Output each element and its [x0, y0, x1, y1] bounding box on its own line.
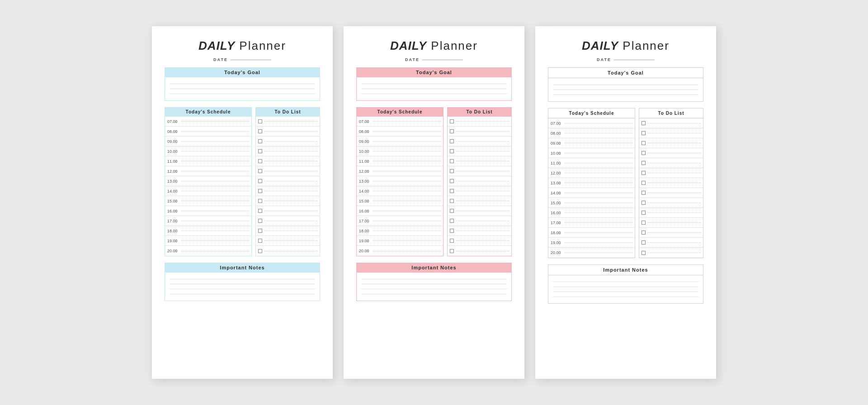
time-label: 13.00 — [551, 181, 563, 185]
todo-checkbox[interactable] — [642, 201, 646, 205]
time-label: 13.00 — [167, 179, 180, 184]
todo-checkbox[interactable] — [258, 119, 262, 123]
todo-checkbox[interactable] — [450, 139, 454, 143]
time-label: 18.00 — [359, 229, 372, 233]
todo-header: To Do List — [447, 107, 512, 117]
time-row: 14.00 — [357, 186, 443, 196]
time-row: 10.00 — [548, 148, 635, 158]
todo-checkbox[interactable] — [450, 249, 454, 253]
todo-line — [456, 211, 509, 211]
time-row: 17.00 — [548, 218, 635, 228]
time-row: 19.00 — [357, 236, 443, 246]
time-label: 11.00 — [551, 161, 563, 165]
time-dotted-line — [564, 183, 632, 183]
goal-body[interactable] — [356, 77, 512, 101]
todo-checkbox[interactable] — [258, 229, 262, 233]
time-dotted-line — [564, 232, 632, 233]
time-row: 20.00 — [548, 248, 635, 258]
todo-checkbox[interactable] — [642, 251, 646, 255]
todo-line — [456, 181, 509, 181]
todo-checkbox[interactable] — [450, 239, 454, 243]
todo-checkbox[interactable] — [642, 171, 646, 175]
todo-checkbox[interactable] — [642, 151, 646, 155]
goal-body[interactable] — [165, 77, 320, 101]
todo-checkbox[interactable] — [642, 141, 646, 145]
todo-checkbox[interactable] — [258, 139, 262, 143]
todo-checkbox[interactable] — [258, 249, 262, 253]
time-row: 19.00 — [165, 236, 251, 246]
time-row: 17.00 — [357, 216, 443, 226]
todo-checkbox[interactable] — [642, 221, 646, 225]
time-dotted-line — [564, 123, 632, 123]
date-row: DATE — [165, 57, 320, 62]
todo-checkbox[interactable] — [258, 209, 262, 213]
todo-checkbox[interactable] — [258, 149, 262, 153]
goal-header: Today's Goal — [356, 67, 512, 77]
todo-checkbox[interactable] — [642, 181, 646, 185]
todo-checkbox[interactable] — [258, 169, 262, 173]
notes-body[interactable] — [548, 275, 703, 304]
notes-header: Important Notes — [356, 263, 512, 273]
todo-checkbox[interactable] — [642, 131, 646, 135]
todo-checkbox[interactable] — [258, 189, 262, 193]
planner-title: DAILY Planner — [165, 39, 320, 53]
goal-body[interactable] — [548, 78, 703, 102]
todo-checkbox[interactable] — [450, 129, 454, 133]
date-underline — [422, 60, 463, 60]
todo-checkbox[interactable] — [642, 231, 646, 235]
schedule-column: Today's Schedule07.0008.0009.0010.0011.0… — [356, 107, 443, 256]
todo-checkbox[interactable] — [450, 179, 454, 183]
todo-checkbox[interactable] — [258, 159, 262, 163]
time-label: 08.00 — [359, 129, 372, 134]
time-dotted-line — [181, 171, 249, 171]
todo-checkbox[interactable] — [450, 199, 454, 203]
time-label: 17.00 — [359, 219, 372, 223]
todo-checkbox[interactable] — [450, 219, 454, 223]
date-row: DATE — [548, 57, 703, 62]
todo-checkbox[interactable] — [642, 211, 646, 215]
todo-checkbox[interactable] — [450, 209, 454, 213]
notes-body[interactable] — [165, 273, 320, 301]
time-label: 09.00 — [551, 141, 563, 146]
todo-line — [264, 171, 317, 171]
notes-section: Important Notes — [165, 263, 320, 301]
todo-checkbox[interactable] — [642, 191, 646, 195]
planner-blue: DAILY PlannerDATEToday's GoalToday's Sch… — [152, 26, 333, 379]
time-dotted-line — [181, 181, 249, 181]
schedule-header: Today's Schedule — [356, 107, 443, 117]
time-dotted-line — [564, 222, 632, 223]
todo-checkbox[interactable] — [450, 229, 454, 233]
todo-row — [448, 196, 511, 206]
todo-checkbox[interactable] — [450, 119, 454, 123]
todo-checkbox[interactable] — [450, 169, 454, 173]
time-dotted-line — [564, 202, 632, 203]
notes-body[interactable] — [356, 273, 512, 301]
todo-column: To Do List — [639, 108, 703, 258]
time-dotted-line — [181, 201, 249, 201]
todo-row — [639, 198, 703, 208]
todo-checkbox[interactable] — [450, 159, 454, 163]
todo-checkbox[interactable] — [642, 121, 646, 125]
todo-row — [448, 127, 511, 137]
todo-checkbox[interactable] — [258, 129, 262, 133]
todo-checkbox[interactable] — [642, 161, 646, 165]
todo-line — [456, 131, 509, 132]
todo-line — [264, 151, 317, 151]
time-dotted-line — [564, 143, 632, 143]
time-row: 07.00 — [548, 118, 635, 128]
time-label: 11.00 — [359, 159, 372, 164]
todo-checkbox[interactable] — [258, 179, 262, 183]
todo-line — [264, 251, 317, 251]
time-label: 16.00 — [551, 211, 563, 215]
todo-checkbox[interactable] — [258, 199, 262, 203]
time-row: 11.00 — [548, 158, 635, 168]
todo-checkbox[interactable] — [450, 149, 454, 153]
todo-checkbox[interactable] — [450, 189, 454, 193]
todo-checkbox[interactable] — [258, 219, 262, 223]
todo-checkbox[interactable] — [642, 240, 646, 245]
date-label: DATE — [597, 57, 611, 62]
time-label: 20.00 — [359, 249, 372, 253]
time-dotted-line — [564, 163, 632, 163]
planner-pink: DAILY PlannerDATEToday's GoalToday's Sch… — [344, 26, 524, 379]
todo-checkbox[interactable] — [258, 239, 262, 243]
